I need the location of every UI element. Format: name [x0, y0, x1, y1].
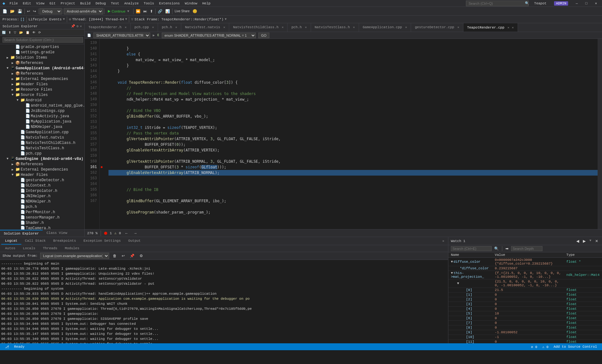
toolbar-btn-step[interactable]: ⏭	[142, 8, 148, 14]
tree-item[interactable]: 📄NatvisTestChildClass.h	[0, 140, 84, 145]
tree-item[interactable]: 📄settings.gradle	[0, 50, 84, 55]
se-collapse-btn[interactable]: ⬆	[7, 30, 12, 35]
sub-tab-threads[interactable]: Threads	[39, 245, 61, 252]
menu-view[interactable]: View	[34, 1, 47, 6]
tree-item[interactable]: 📄TapCamera.h	[0, 225, 84, 229]
watch-row[interactable]: [3] 0 float	[448, 302, 602, 307]
menu-help[interactable]: Help	[200, 1, 213, 6]
watch-depth[interactable]	[511, 246, 542, 251]
tree-item[interactable]: 📄android_native_app_glue.c	[0, 103, 84, 108]
watch-row[interactable]: [10] -1 float	[448, 335, 602, 340]
go-button[interactable]: GO	[258, 33, 269, 38]
tree-item[interactable]: ▶📦References	[0, 161, 84, 167]
tree-item[interactable]: 📄GameApplication.cpp	[0, 129, 84, 135]
tree-item[interactable]: 📄gradle.properties	[0, 44, 84, 50]
tree-item[interactable]: 📄Shader.h	[0, 220, 84, 225]
tree-item[interactable]: ▼📁Android	[0, 98, 84, 103]
watch-next-btn[interactable]: ▶	[582, 238, 587, 244]
toolbar-btn-attach[interactable]: 🔗	[156, 8, 164, 14]
menu-project[interactable]: Project	[58, 1, 77, 6]
menu-git[interactable]: Git	[47, 1, 58, 6]
logcat-settings-btn[interactable]: ⚙	[138, 253, 144, 259]
save-btn[interactable]: 💾	[16, 8, 24, 14]
close-icon[interactable]: ✕	[175, 25, 177, 29]
tree-item[interactable]: 📄NDKHelper.java	[0, 124, 84, 129]
tree-item[interactable]: 📄MainActivity.java	[0, 113, 84, 119]
watch-row[interactable]: [2] 0 float	[448, 297, 602, 302]
se-refresh-btn[interactable]: 🔄	[1, 30, 7, 35]
tab-natvisclass[interactable]: NatvisTestClass.h ✕	[311, 23, 359, 32]
watch-row[interactable]: [6] 0 float	[448, 316, 602, 321]
close-icon[interactable]: ✕	[405, 25, 407, 29]
code-content[interactable]: } else { mat_view_ = mat_view_ * mat_mod…	[106, 39, 602, 229]
continue-button[interactable]: ▶ Continue ▼	[105, 8, 132, 14]
close-icon[interactable]: ✕	[125, 25, 127, 29]
new-file-btn[interactable]: 📄	[1, 8, 8, 14]
close-icon[interactable]: ✕	[223, 25, 225, 29]
panel-tab-output[interactable]: Output	[124, 238, 145, 245]
close-icon[interactable]: ✕	[353, 25, 355, 29]
tab-natvistest[interactable]: NatvisTest.natvis ✕	[181, 23, 229, 32]
logcat-content[interactable]: ---------- beginning of main06-03 13:55:…	[0, 260, 448, 343]
open-file-btn[interactable]: 📂	[9, 8, 16, 14]
menu-extensions[interactable]: Extensions	[156, 1, 182, 6]
watch-row[interactable]: [9] -1.00100052 float	[448, 330, 602, 335]
close-btn[interactable]: ✕	[592, 1, 599, 6]
tree-item[interactable]: 📄PerfMonitor.h	[0, 209, 84, 215]
se-settings-btn[interactable]: ⚙	[77, 24, 79, 28]
output-from-select[interactable]: Logcat (com.example.gameapplication)	[40, 253, 109, 259]
logcat-pin-btn[interactable]: 📌	[129, 253, 136, 259]
live-share-btn[interactable]: Live Share	[173, 9, 191, 13]
se-showall-btn[interactable]: 👁	[31, 30, 37, 35]
tree-item[interactable]: ▶📁Resource Files	[0, 87, 84, 92]
menu-tools[interactable]: Tools	[141, 1, 156, 6]
watch-dropdown[interactable]: ▼	[588, 238, 593, 244]
nav-forward-btn[interactable]: →	[132, 230, 139, 236]
tree-item[interactable]: 📄NatvisTest.natvis	[0, 135, 84, 140]
se-tab-explorer[interactable]: Solution Explorer	[0, 230, 43, 237]
tree-item[interactable]: 📄Interpolator.h	[0, 188, 84, 193]
logcat-clear-btn[interactable]: 🗑	[112, 253, 118, 259]
tab-pchh2[interactable]: pch.h ✕	[288, 23, 311, 32]
config-dropdown[interactable]: Debug Release	[40, 8, 62, 14]
watch-row[interactable]: [11] 0 float	[448, 340, 602, 344]
tree-item[interactable]: ▶📁Solution Items	[0, 55, 84, 60]
nav-member-dropdown[interactable]: enum SHADER_ATTRIBUTES ATTRIB_NORMAL = 1	[162, 33, 256, 38]
platform-dropdown[interactable]: Android-arm64-v8a	[64, 8, 103, 14]
tab-gameapp[interactable]: GameApplication.cpp ✕	[359, 23, 411, 32]
close-icon[interactable]: ✕	[457, 25, 459, 29]
watch-row[interactable]: [1] 0 float	[448, 293, 602, 297]
watch-expand-btn[interactable]: ➡	[504, 246, 510, 251]
tree-item[interactable]: 📄NDKHelper.h	[0, 199, 84, 204]
se-sync-btn[interactable]: ⟳	[37, 30, 42, 35]
redo-btn[interactable]: ↪	[32, 8, 37, 14]
tree-item[interactable]: 📄pch.cpp	[0, 151, 84, 156]
tree-item[interactable]: ▼📁Source Files	[0, 92, 84, 98]
watch-prev-btn[interactable]: ◀	[575, 238, 580, 244]
watch-row[interactable]: [0] 21.5 float	[448, 288, 602, 293]
add-source-control[interactable]: Add to Source Control	[553, 345, 597, 349]
toolbar-btn-more[interactable]: ⏩	[135, 8, 142, 14]
tree-item[interactable]: 📄MyApplication.java	[0, 119, 84, 124]
menu-search[interactable]	[466, 1, 529, 6]
tree-item[interactable]: ▶📁External Dependencies	[0, 167, 84, 172]
tree-item[interactable]: ▼📁Header Files	[0, 172, 84, 177]
watch-row[interactable]: [8] 0 float	[448, 325, 602, 330]
watch-search-btn[interactable]: 🔍	[493, 246, 500, 251]
se-expand-btn[interactable]: 📂	[18, 30, 24, 35]
feedback-btn[interactable]: 😊	[191, 8, 198, 14]
tree-item[interactable]: ▶📦References	[0, 60, 84, 66]
tree-item[interactable]: 📄JniBindings.cpp	[0, 108, 84, 113]
se-filter-btn[interactable]: ▽	[13, 30, 18, 35]
close-icon[interactable]: ✕	[508, 26, 510, 29]
tab-pchh[interactable]: pch.h ✕	[158, 23, 181, 32]
tree-item[interactable]: ▼📱GameApplication (Android-arm64-v8a)	[0, 66, 84, 71]
close-icon[interactable]: ✕	[282, 25, 283, 29]
tree-item[interactable]: 📄pch.h	[0, 204, 84, 209]
sub-tab-modules[interactable]: Modules	[61, 245, 83, 252]
sub-tab-autos[interactable]: Autos	[1, 245, 19, 252]
tab-gesture[interactable]: gestureDetector.cpp ✕	[411, 23, 463, 32]
se-tab-classview[interactable]: Class View	[43, 230, 71, 237]
panel-tab-exceptions[interactable]: Exception Settings	[80, 238, 124, 245]
undo-btn[interactable]: ↩	[26, 8, 31, 14]
